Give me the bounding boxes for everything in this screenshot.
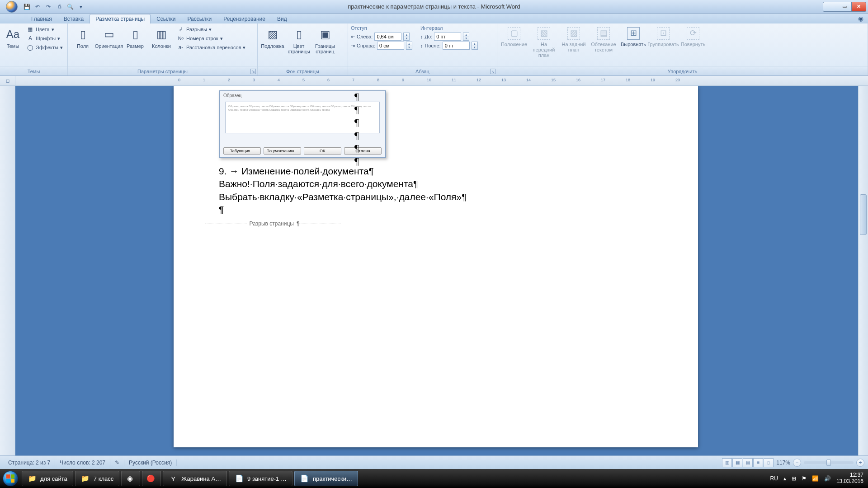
qat-save-icon[interactable]: 💾 (22, 2, 32, 12)
scrollbar-thumb[interactable] (860, 194, 867, 235)
tab-view[interactable]: Вид (271, 14, 293, 23)
ruler-corner[interactable]: ◻ (0, 76, 15, 85)
themes-button[interactable]: Aa Темы (3, 25, 23, 49)
theme-colors-button[interactable]: ▦Цвета ▾ (25, 25, 65, 33)
status-words[interactable]: Число слов: 2 207 (55, 460, 110, 466)
tab-mailings[interactable]: Рассылки (181, 14, 217, 23)
orientation-icon: ▭ (102, 27, 116, 42)
space-before-input[interactable] (434, 33, 461, 41)
zoom-out-button[interactable]: − (793, 459, 801, 467)
taskbar-item-folder1[interactable]: 📁для сайта (22, 471, 73, 486)
tray-arrow-icon[interactable]: ▴ (783, 475, 786, 482)
zoom-in-button[interactable]: + (856, 459, 864, 467)
zoom-slider[interactable] (804, 461, 854, 464)
dlg-default-button: По умолчанию… (264, 147, 301, 155)
paragraph-launcher[interactable]: ↘ (490, 69, 495, 74)
view-fullscreen[interactable]: ▦ (732, 458, 742, 467)
tab-page-layout[interactable]: Разметка страницы (90, 14, 151, 23)
help-icon[interactable]: ◉ (858, 15, 863, 22)
linenum-icon: № (177, 35, 184, 42)
line-numbers-button[interactable]: №Номера строк ▾ (175, 34, 247, 42)
minimize-button[interactable]: ─ (823, 2, 837, 12)
indent-right-spinner[interactable]: ▲▼ (406, 42, 412, 50)
taskbar-item-browser[interactable]: YЖаравина А… (163, 471, 227, 486)
tray-volume-icon[interactable]: 🔊 (824, 475, 831, 482)
rotate-button: ⟳Повернуть (679, 25, 707, 47)
page-color-button[interactable]: ▯Цвет страницы (287, 25, 311, 54)
view-print-layout[interactable]: ▥ (722, 458, 732, 467)
indent-right-input[interactable] (377, 42, 404, 50)
start-button[interactable] (0, 469, 21, 488)
watermark-icon: ▨ (265, 27, 280, 42)
size-button[interactable]: ▯Размер (123, 25, 147, 49)
zoom-knob[interactable] (826, 460, 831, 466)
qat-redo-icon[interactable]: ↷ (43, 2, 53, 12)
office-button[interactable] (3, 0, 21, 14)
space-after-spinner[interactable]: ▲▼ (472, 42, 478, 50)
document-text[interactable]: 9. → Изменение·полей·документа¶ Важно!·П… (219, 165, 467, 216)
status-proofing-icon[interactable]: ✎ (110, 460, 124, 466)
status-page[interactable]: Страница: 2 из 7 (4, 460, 55, 466)
align-icon: ⊞ (627, 27, 640, 40)
vertical-scrollbar[interactable] (858, 86, 868, 455)
taskbar-item-folder2[interactable]: 📁7 класс (75, 471, 120, 486)
tray-action-icon[interactable]: ⊞ (792, 475, 796, 482)
tray-clock[interactable]: 12:37 13.03.2016 (836, 472, 863, 485)
space-after-input[interactable] (443, 42, 470, 50)
view-outline[interactable]: ≡ (753, 458, 763, 467)
indent-left-spinner[interactable]: ▲▼ (403, 33, 410, 41)
fonts-icon: A (27, 35, 34, 42)
space-before-spinner[interactable]: ▲▼ (463, 33, 469, 41)
rotate-icon: ⟳ (687, 27, 699, 40)
view-draft[interactable]: ▯ (764, 458, 774, 467)
qat-preview-icon[interactable]: 🔍 (65, 2, 75, 12)
pagesetup-launcher[interactable]: ↘ (250, 69, 256, 74)
align-button[interactable]: ⊞Выровнять (619, 25, 647, 47)
group-button: ⊡Группировать (649, 25, 677, 47)
theme-fonts-button[interactable]: AШрифты ▾ (25, 34, 65, 42)
taskbar-item-chrome[interactable]: ◉ (121, 471, 140, 486)
tab-home[interactable]: Главная (25, 14, 58, 23)
page: Образец Образец текста Образец текста Об… (174, 86, 698, 447)
columns-button[interactable]: ▥Колонки (149, 25, 174, 49)
view-web[interactable]: ▤ (743, 458, 753, 467)
hyphenation-button[interactable]: a-Расстановка переносов ▾ (175, 43, 247, 52)
close-button[interactable]: ✕ (852, 2, 866, 12)
qat-quickprint-icon[interactable]: ⎙ (54, 2, 64, 12)
send-back-button: ▨На задний план (560, 25, 588, 52)
theme-effects-button[interactable]: ◯Эффекты ▾ (25, 43, 65, 52)
tab-review[interactable]: Рецензирование (217, 14, 271, 23)
breaks-button[interactable]: ↲Разрывы ▾ (175, 25, 247, 33)
margins-button[interactable]: ▯Поля (71, 25, 95, 49)
bring-front-button: ▧На передний план (530, 25, 558, 58)
watermark-button[interactable]: ▨Подложка (260, 25, 285, 49)
page-borders-button[interactable]: ▣Границы страниц (313, 25, 337, 54)
space-before-icon: ↕ (420, 34, 423, 39)
taskbar-item-word1[interactable]: 📄9 занятие-1 … (229, 471, 292, 486)
tray-lang[interactable]: RU (770, 475, 778, 482)
tab-references[interactable]: Ссылки (151, 14, 181, 23)
maximize-button[interactable]: ▭ (837, 2, 852, 12)
document-canvas[interactable]: Образец Образец текста Образец текста Об… (15, 86, 858, 455)
folder-icon: 📁 (81, 474, 90, 483)
titlebar: 💾 ↶ ↷ ⎙ 🔍 ▾ практические к параметрам ст… (0, 0, 868, 14)
indent-left-input[interactable] (374, 33, 401, 41)
size-icon: ▯ (128, 27, 142, 42)
ribbon: Aa Темы ▦Цвета ▾ AШрифты ▾ ◯Эффекты ▾ Те… (0, 23, 868, 76)
vertical-ruler[interactable] (0, 86, 15, 455)
tray-network-icon[interactable]: 📶 (812, 475, 819, 482)
taskbar-item-app[interactable]: 🔴 (142, 471, 161, 486)
horizontal-ruler[interactable]: 01234567891011121314151617181920 (15, 76, 868, 85)
themes-label: Темы (7, 43, 19, 49)
zoom-value[interactable]: 117% (776, 460, 790, 466)
text-line-3: Выбрать·вкладку·«Разметка·страницы»,·дал… (219, 191, 467, 203)
qat-customize-icon[interactable]: ▾ (76, 2, 86, 12)
quick-access-toolbar: 💾 ↶ ↷ ⎙ 🔍 ▾ (0, 0, 89, 14)
tray-flag-icon[interactable]: ⚑ (802, 475, 807, 482)
yandex-icon: Y (169, 474, 178, 483)
tab-insert[interactable]: Вставка (58, 14, 90, 23)
taskbar-item-word2[interactable]: 📄практически… (294, 471, 358, 486)
qat-undo-icon[interactable]: ↶ (33, 2, 42, 12)
orientation-button[interactable]: ▭Ориентация (97, 25, 121, 49)
status-language[interactable]: Русский (Россия) (124, 460, 177, 466)
